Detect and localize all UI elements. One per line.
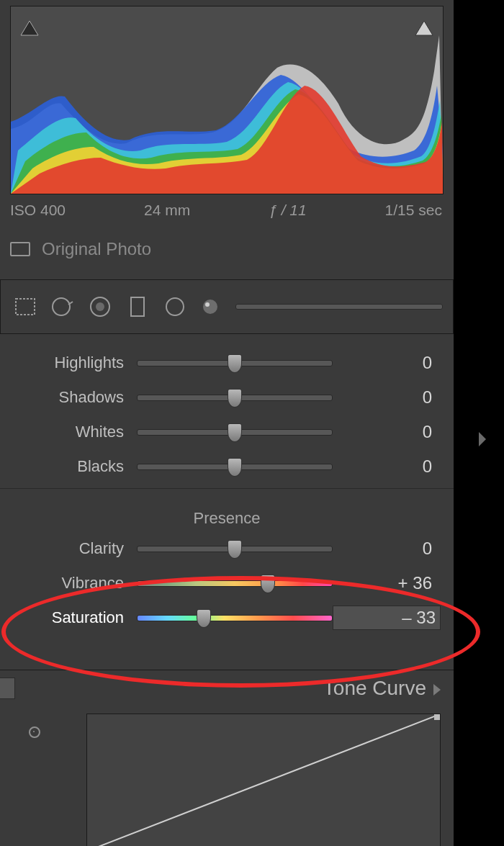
tone-curve-header[interactable]: Tone Curve xyxy=(0,670,454,706)
saturation-row: Saturation – 33 xyxy=(0,600,454,635)
vibrance-value[interactable]: + 36 xyxy=(333,573,454,593)
shadows-label: Shadows xyxy=(0,388,137,407)
svg-point-9 xyxy=(205,302,210,307)
blacks-value[interactable]: 0 xyxy=(333,456,454,477)
vibrance-thumb[interactable] xyxy=(261,575,275,593)
saturation-value[interactable]: – 33 xyxy=(333,606,441,630)
clarity-label: Clarity xyxy=(0,539,137,558)
blacks-label: Blacks xyxy=(0,457,137,476)
saturation-label: Saturation xyxy=(0,608,137,627)
blacks-row: Blacks 0 xyxy=(0,449,454,484)
exif-metadata-row: ISO 400 24 mm ƒ / 11 1/15 sec xyxy=(10,202,442,219)
shutter-value: 1/15 sec xyxy=(385,202,442,219)
svg-rect-6 xyxy=(131,297,144,316)
clarity-value[interactable]: 0 xyxy=(333,539,454,559)
tone-curve-graph[interactable] xyxy=(86,714,441,846)
clarity-thumb[interactable] xyxy=(228,540,242,559)
crop-tool[interactable] xyxy=(11,292,40,321)
spot-removal-tool[interactable] xyxy=(48,292,77,321)
vibrance-label: Vibrance xyxy=(0,574,137,593)
blacks-thumb[interactable] xyxy=(228,458,242,477)
tool-strip xyxy=(0,279,454,334)
brush-size-slider[interactable] xyxy=(235,304,443,310)
svg-point-8 xyxy=(203,300,217,314)
expand-panel-chevron-icon[interactable] xyxy=(461,403,504,475)
highlights-row: Highlights 0 xyxy=(0,346,454,380)
svg-point-5 xyxy=(96,302,104,311)
shadows-thumb[interactable] xyxy=(228,389,242,408)
whites-row: Whites 0 xyxy=(0,415,454,449)
clarity-row: Clarity 0 xyxy=(0,531,454,566)
clarity-slider[interactable] xyxy=(137,546,333,552)
whites-value[interactable]: 0 xyxy=(333,422,454,442)
before-after-icon xyxy=(10,242,30,256)
tone-curve-label: Tone Curve xyxy=(323,677,426,700)
shadows-row: Shadows 0 xyxy=(0,380,454,415)
svg-point-3 xyxy=(53,298,70,315)
graduated-filter-tool[interactable] xyxy=(123,292,152,321)
whites-thumb[interactable] xyxy=(228,423,242,442)
highlights-value[interactable]: 0 xyxy=(333,353,454,373)
radial-filter-tool[interactable] xyxy=(161,292,189,321)
divider xyxy=(0,488,454,489)
vibrance-row: Vibrance + 36 xyxy=(0,566,454,600)
focal-length-value: 24 mm xyxy=(144,202,190,219)
original-photo-toggle[interactable]: Original Photo xyxy=(10,239,442,259)
presence-header: Presence xyxy=(0,505,454,531)
blacks-slider[interactable] xyxy=(137,464,333,470)
svg-rect-2 xyxy=(16,299,35,315)
targeted-adjustment-icon[interactable] xyxy=(29,726,40,738)
saturation-slider[interactable] xyxy=(137,615,333,621)
whites-label: Whites xyxy=(0,423,137,441)
chevron-down-icon xyxy=(433,684,441,696)
vibrance-slider[interactable] xyxy=(137,580,333,587)
svg-line-10 xyxy=(87,714,440,846)
highlights-slider[interactable] xyxy=(137,360,333,366)
highlights-thumb[interactable] xyxy=(228,354,242,373)
shadows-slider[interactable] xyxy=(137,395,333,401)
original-photo-label: Original Photo xyxy=(42,239,151,259)
svg-rect-11 xyxy=(434,714,440,720)
whites-slider[interactable] xyxy=(137,429,333,436)
red-eye-tool[interactable] xyxy=(86,292,114,321)
histogram[interactable] xyxy=(10,6,444,194)
tone-curve-section: Tone Curve xyxy=(0,670,454,846)
adjustment-brush-tool[interactable] xyxy=(198,292,227,321)
svg-point-7 xyxy=(166,298,184,315)
panel-switcher-icon[interactable] xyxy=(0,678,15,699)
saturation-thumb[interactable] xyxy=(197,609,211,628)
shadows-value[interactable]: 0 xyxy=(333,387,454,408)
iso-value: ISO 400 xyxy=(10,202,66,219)
aperture-value: ƒ / 11 xyxy=(269,202,307,219)
highlights-label: Highlights xyxy=(0,354,137,372)
